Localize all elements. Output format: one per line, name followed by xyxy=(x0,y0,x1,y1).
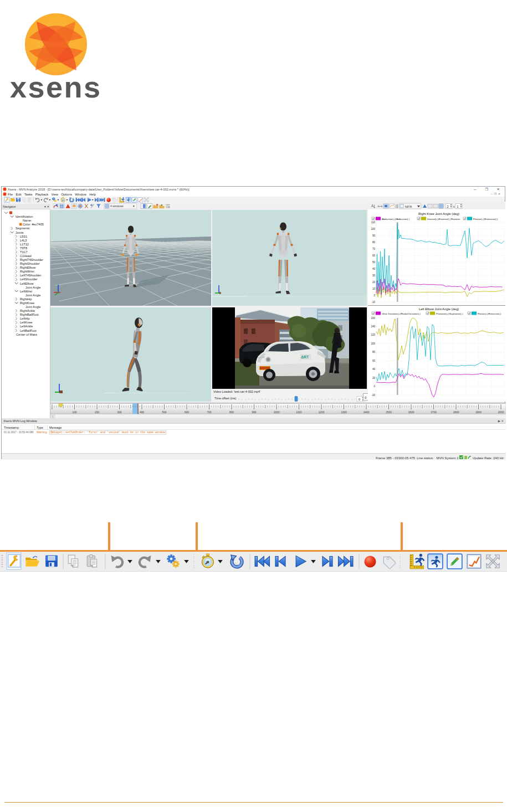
svg-text:40: 40 xyxy=(372,368,376,371)
svg-text:30: 30 xyxy=(372,274,376,277)
svg-text:Joint Angle: Joint Angle xyxy=(25,294,40,297)
svg-text:Segments: Segments xyxy=(16,227,29,230)
svg-text:Color: #ec7405: Color: #ec7405 xyxy=(23,223,44,226)
svg-text:4 windows: 4 windows xyxy=(110,204,124,208)
svg-text:80: 80 xyxy=(372,351,376,353)
svg-text:600: 600 xyxy=(185,411,189,414)
svg-text:Center of Mass: Center of Mass xyxy=(16,333,37,336)
svg-text:Joint Angle: Joint Angle xyxy=(25,305,40,309)
svg-text:RightHip: RightHip xyxy=(20,297,32,301)
svg-text:LeftBallFoot: LeftBallFoot xyxy=(20,329,37,332)
svg-text:T9T8: T9T8 xyxy=(20,246,27,250)
svg-text:LeftAnkle: LeftAnkle xyxy=(20,325,33,328)
svg-text:Identification: Identification xyxy=(16,215,33,218)
svg-text:LeftT4Shoulder: LeftT4Shoulder xyxy=(20,274,41,277)
svg-text:Abduction(+)/Adduction(-): Abduction(+)/Adduction(-) xyxy=(382,218,410,220)
svg-text:RightT4Shoulder: RightT4Shoulder xyxy=(20,258,43,261)
svg-text:160: 160 xyxy=(371,317,375,320)
svg-text:1300: 1300 xyxy=(341,411,347,414)
svg-text:T1C7: T1C7 xyxy=(20,250,28,254)
svg-text:Time offset (ms): Time offset (ms) xyxy=(214,397,237,400)
svg-text:-20: -20 xyxy=(371,394,375,397)
svg-text:70: 70 xyxy=(372,248,376,250)
svg-text:500: 500 xyxy=(162,411,166,414)
svg-text:LeftHip: LeftHip xyxy=(20,317,30,320)
svg-text:Internal(+)/External(-) Rotati: Internal(+)/External(-) Rotation xyxy=(427,218,460,220)
svg-text:1700: 1700 xyxy=(431,411,437,414)
svg-text:Right Knee Joint Angle (deg): Right Knee Joint Angle (deg) xyxy=(418,212,459,215)
svg-text:0: 0 xyxy=(359,398,360,401)
svg-text:2: 2 xyxy=(447,205,449,208)
svg-text:Name:: Name: xyxy=(23,219,32,222)
svg-text:0: 0 xyxy=(365,396,367,399)
svg-text:1500: 1500 xyxy=(386,411,392,414)
svg-text:1200: 1200 xyxy=(319,411,325,414)
svg-text:110: 110 xyxy=(371,221,376,224)
svg-text:full fit: full fit xyxy=(405,205,412,208)
svg-text:RightKnee: RightKnee xyxy=(20,301,34,305)
svg-text:C1Head: C1Head xyxy=(20,254,32,258)
svg-text:ΔRT: ΔRT xyxy=(301,355,309,359)
svg-text:L5S1: L5S1 xyxy=(20,235,27,238)
svg-text:LeftKnee: LeftKnee xyxy=(20,321,32,324)
svg-text:20: 20 xyxy=(372,377,376,379)
svg-text:Flexion(+)/Extension(-): Flexion(+)/Extension(-) xyxy=(473,218,498,220)
svg-text:RightShoulder: RightShoulder xyxy=(20,262,40,265)
svg-text:1600: 1600 xyxy=(408,411,414,414)
svg-text:LeftElbow: LeftElbow xyxy=(20,282,34,285)
svg-text:900: 900 xyxy=(252,411,256,414)
svg-text:RightElbow: RightElbow xyxy=(20,266,36,269)
svg-text:RightAnkle: RightAnkle xyxy=(20,309,35,312)
svg-text:90: 90 xyxy=(372,234,376,237)
svg-text:L1T12: L1T12 xyxy=(20,243,29,246)
svg-text:400: 400 xyxy=(140,411,144,414)
svg-text:100: 100 xyxy=(371,228,375,230)
svg-text:50: 50 xyxy=(372,261,376,264)
svg-text:80: 80 xyxy=(372,241,376,244)
svg-text:1100: 1100 xyxy=(296,411,302,414)
svg-text:1: 1 xyxy=(457,205,459,208)
svg-text:Ulnar Deviation(+)/Radial Devi: Ulnar Deviation(+)/Radial Deviation(-) xyxy=(382,312,421,315)
svg-text:40: 40 xyxy=(372,268,376,270)
svg-text:2000: 2000 xyxy=(498,411,504,414)
svg-text:1000: 1000 xyxy=(274,411,280,414)
svg-text:RightWrist: RightWrist xyxy=(20,270,34,273)
svg-text:60: 60 xyxy=(372,254,376,257)
svg-text:-10: -10 xyxy=(371,301,375,304)
svg-text:20: 20 xyxy=(372,281,376,284)
svg-text:60: 60 xyxy=(372,359,376,362)
svg-text:Joint Angle: Joint Angle xyxy=(25,286,40,289)
svg-text:Left Elbow Joint Angle (deg): Left Elbow Joint Angle (deg) xyxy=(419,307,459,311)
svg-text:700: 700 xyxy=(207,411,211,414)
svg-text:10: 10 xyxy=(372,287,376,290)
svg-text:1900: 1900 xyxy=(475,411,482,414)
svg-text:LeftWrist: LeftWrist xyxy=(20,290,32,293)
svg-text:120: 120 xyxy=(371,333,375,336)
svg-text:100: 100 xyxy=(72,411,76,414)
svg-text:140: 140 xyxy=(371,325,375,328)
svg-text:Joints: Joints xyxy=(16,231,24,234)
svg-text:LeftShoulder: LeftShoulder xyxy=(20,277,38,281)
svg-text:Pronation(+)/Supination(-): Pronation(+)/Supination(-) xyxy=(436,312,463,315)
svg-text:800: 800 xyxy=(229,411,234,414)
svg-text:1800: 1800 xyxy=(453,411,459,414)
svg-text:Flexion(+)/Extension(-): Flexion(+)/Extension(-) xyxy=(478,312,501,315)
svg-text:300: 300 xyxy=(117,411,121,414)
svg-text:1400: 1400 xyxy=(363,411,370,414)
svg-text:L4L3: L4L3 xyxy=(20,239,27,242)
svg-text:200: 200 xyxy=(95,411,99,414)
svg-text:RightBallFoot: RightBallFoot xyxy=(20,313,39,316)
svg-text:100: 100 xyxy=(371,342,375,345)
